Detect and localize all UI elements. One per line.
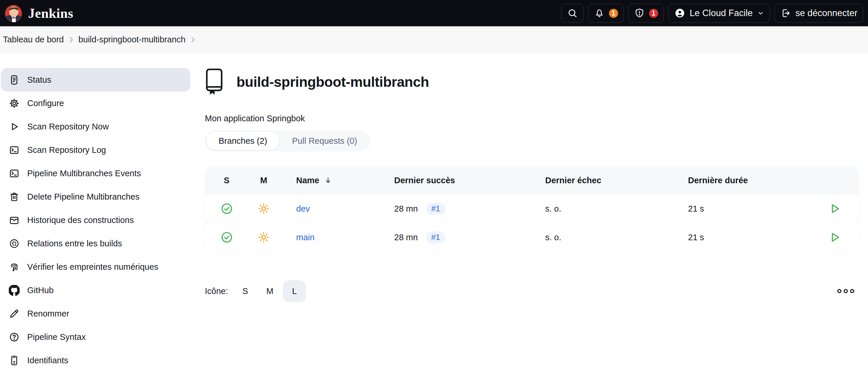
topbar: Jenkins 1 1 — [0, 0, 868, 26]
play-icon — [828, 202, 841, 215]
sidebar-item-label: Delete Pipeline Multibranches — [27, 192, 140, 202]
sidebar-item-delete-pipeline[interactable]: Delete Pipeline Multibranches — [1, 185, 190, 208]
column-header-name[interactable]: Name — [279, 176, 377, 185]
breadcrumb-job[interactable]: build-springboot-multibranch — [79, 35, 186, 44]
jenkins-butler-logo — [4, 4, 23, 23]
sidebar-item-label: Relations entre les builds — [27, 239, 122, 248]
column-header-last-failure[interactable]: Dernier échec — [545, 176, 688, 185]
jenkins-page: Jenkins 1 1 — [0, 0, 868, 377]
security-warnings-button[interactable]: 1 — [628, 3, 664, 23]
column-header-weather[interactable]: M — [248, 176, 279, 185]
table-header-row: S M Name Dernier succès Dernier échec De… — [206, 167, 858, 194]
sidebar-item-label: Renommer — [27, 309, 69, 318]
icon-size-label: Icône: — [205, 286, 228, 296]
sidebar-item-rename[interactable]: Renommer — [1, 302, 190, 325]
sidebar-item-label: Configure — [27, 99, 64, 108]
sidebar-item-build-history[interactable]: Historique des constructions — [1, 208, 190, 232]
column-header-label: Name — [296, 176, 319, 185]
sidebar-item-github[interactable]: GitHub — [1, 278, 190, 302]
jenkins-home-link[interactable]: Jenkins — [4, 4, 73, 23]
last-success-age: 28 mn — [394, 204, 418, 214]
user-menu-button[interactable]: Le Cloud Facile — [668, 3, 770, 23]
sort-descending-icon — [324, 176, 332, 184]
terminal-icon — [9, 168, 20, 179]
sidebar-item-label: Vérifier les empreintes numériques — [27, 262, 158, 272]
build-success-icon[interactable] — [220, 231, 233, 244]
terminal-icon — [9, 145, 20, 156]
help-circle-icon — [9, 332, 20, 343]
column-header-status[interactable]: S — [206, 176, 248, 185]
main-panel: build-springboot-multibranch Mon applica… — [193, 53, 868, 302]
last-failure: s. o. — [545, 233, 688, 242]
bell-icon — [594, 8, 605, 19]
shield-warning-icon — [634, 8, 645, 19]
sidebar-item-label: Identifiants — [27, 356, 68, 365]
gear-icon — [9, 98, 20, 109]
sidebar: Status Configure Scan Repository Now — [0, 53, 193, 372]
column-header-last-success[interactable]: Dernier succès — [377, 176, 545, 185]
sidebar-item-credentials[interactable]: Identifiants — [1, 349, 190, 372]
sidebar-item-pipeline-syntax[interactable]: Pipeline Syntax — [1, 325, 190, 349]
weather-sunny-icon[interactable] — [257, 231, 270, 244]
more-options-button[interactable] — [837, 286, 855, 296]
notifications-button[interactable]: 1 — [588, 3, 624, 23]
ellipsis-icon — [837, 286, 855, 296]
run-branch-button[interactable] — [828, 231, 841, 244]
icon-size-medium-button[interactable]: M — [258, 280, 281, 302]
page-title: build-springboot-multibranch — [237, 74, 429, 90]
last-failure: s. o. — [545, 204, 688, 214]
notifications-count-badge: 1 — [609, 9, 618, 18]
icon-size-large-button[interactable]: L — [283, 280, 306, 302]
sidebar-item-label: Scan Repository Now — [27, 122, 109, 132]
column-header-last-duration[interactable]: Dernière durée — [688, 176, 811, 185]
build-number-link[interactable]: #1 — [426, 232, 445, 243]
trash-icon — [9, 192, 20, 202]
logout-label: se déconnecter — [796, 8, 858, 19]
last-duration: 21 s — [688, 233, 811, 242]
sidebar-item-scan-repository-now[interactable]: Scan Repository Now — [1, 115, 190, 138]
sidebar-item-scan-repository-log[interactable]: Scan Repository Log — [1, 138, 190, 162]
job-header: build-springboot-multibranch — [205, 68, 859, 96]
weather-sunny-icon[interactable] — [257, 202, 270, 215]
credentials-icon — [9, 355, 20, 366]
pencil-icon — [9, 308, 20, 319]
tab-branches[interactable]: Branches (2) — [206, 132, 280, 150]
sidebar-item-configure[interactable]: Configure — [1, 92, 190, 115]
user-avatar-icon — [674, 7, 686, 19]
builds-history-icon — [9, 215, 20, 226]
build-success-icon[interactable] — [220, 202, 233, 215]
play-icon — [828, 231, 841, 244]
sidebar-item-label: Pipeline Multibranches Events — [27, 169, 141, 178]
last-duration: 21 s — [688, 204, 811, 214]
branch-tabs: Branches (2) Pull Requests (0) — [205, 130, 371, 151]
run-branch-button[interactable] — [828, 202, 841, 215]
table-row-main: main 28 mn #1 s. o. 21 s — [206, 223, 858, 251]
icon-size-small-button[interactable]: S — [234, 280, 257, 302]
branch-link[interactable]: main — [296, 233, 315, 242]
chevron-right-icon — [67, 35, 75, 44]
chevron-down-icon — [757, 9, 765, 17]
build-number-link[interactable]: #1 — [426, 203, 445, 215]
sidebar-item-label: GitHub — [27, 285, 54, 295]
build-relations-icon — [9, 238, 20, 249]
sidebar-item-label: Historique des constructions — [27, 215, 134, 225]
chevron-right-icon — [188, 35, 197, 44]
search-button[interactable] — [561, 3, 584, 23]
sidebar-item-label: Scan Repository Log — [27, 145, 106, 155]
sidebar-item-label: Pipeline Syntax — [27, 332, 86, 342]
logout-button[interactable]: se déconnecter — [774, 3, 863, 23]
branch-link[interactable]: dev — [296, 204, 310, 213]
logout-icon — [780, 8, 791, 19]
fingerprint-icon — [9, 262, 20, 272]
sidebar-item-build-relations[interactable]: Relations entre les builds — [1, 232, 190, 255]
job-description: Mon application Springbok — [205, 114, 859, 123]
app-title: Jenkins — [28, 5, 73, 21]
tab-pull-requests[interactable]: Pull Requests (0) — [280, 132, 369, 150]
sidebar-item-verify-fingerprints[interactable]: Vérifier les empreintes numériques — [1, 255, 190, 278]
branches-table: S M Name Dernier succès Dernier échec De… — [205, 166, 859, 252]
document-icon — [9, 74, 20, 85]
breadcrumb-dashboard[interactable]: Tableau de bord — [3, 35, 64, 44]
sidebar-item-status[interactable]: Status — [1, 68, 190, 92]
breadcrumb: Tableau de bord build-springboot-multibr… — [0, 26, 868, 53]
sidebar-item-pipeline-multibranches-events[interactable]: Pipeline Multibranches Events — [1, 162, 190, 185]
